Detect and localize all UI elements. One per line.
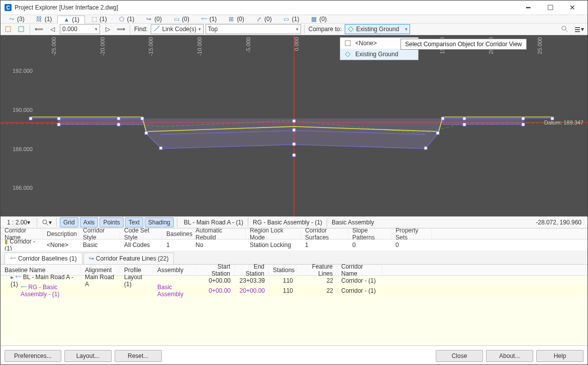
grid-header[interactable]: Start Station [197, 263, 235, 277]
category-tab-2[interactable]: ▲(1) [57, 16, 85, 24]
table-header[interactable]: Slope Patterns [348, 227, 391, 241]
toggle-shading[interactable]: Shading [145, 217, 174, 227]
svg-rect-18 [141, 117, 144, 120]
table-cell[interactable]: 1 [162, 241, 191, 249]
table-header[interactable]: Code Set Style [120, 227, 162, 241]
grid-cell[interactable]: 22 [297, 277, 337, 284]
table-header[interactable]: Automatic Rebuild [191, 227, 246, 241]
grid-cell[interactable]: ⬳ RG - Basic Assembly - (1) [1, 284, 81, 298]
table-cell[interactable]: <None> [43, 241, 79, 249]
compare-dropdown[interactable]: Existing Ground▾ [345, 24, 410, 34]
table-cell[interactable]: No [191, 241, 246, 249]
minimize-button[interactable]: ━ [517, 1, 539, 15]
table-header[interactable]: Region Lock Mode [246, 227, 301, 241]
inner-tab-1[interactable]: ↪Corridor Feature Lines (22) [83, 253, 174, 264]
grid-cell[interactable]: 0+00.00 [197, 287, 235, 294]
close-button[interactable]: ✕ [561, 1, 583, 15]
table-cell[interactable]: All Codes [120, 241, 162, 249]
category-tab-4[interactable]: ⬠(1) [113, 15, 140, 23]
category-tab-1[interactable]: ⛓(1) [30, 15, 58, 23]
y-axis-label: 188.000 [13, 146, 33, 152]
grid-header[interactable]: Feature Lines [297, 263, 337, 277]
table-cell[interactable]: 0 [348, 241, 391, 249]
toggle-points[interactable]: Points [100, 217, 123, 227]
search-icon[interactable] [559, 24, 570, 35]
next-station-icon[interactable]: ⟹ [115, 24, 127, 35]
grid-row[interactable]: ▸ ⬳ BL - Main Road A - (1)Main Road ALay… [1, 276, 587, 286]
close-dialog-button[interactable]: Close [436, 350, 483, 362]
category-tab-7[interactable]: ⬳(1) [195, 15, 223, 23]
help-button[interactable]: Help [536, 350, 583, 362]
tab-icon: ⬠ [118, 16, 125, 23]
grid-cell[interactable]: Corridor - (1) [337, 277, 382, 284]
grid-cell[interactable]: Layout (1) [120, 274, 153, 288]
table-header[interactable]: Corridor Style [79, 227, 120, 241]
grid-header[interactable]: Assembly [153, 267, 197, 274]
tool-icon-1[interactable] [3, 24, 14, 35]
station-value-input[interactable]: 0.000▾ [60, 24, 100, 34]
grid-cell[interactable]: 110 [269, 277, 297, 284]
table-cell[interactable]: 0 [391, 241, 432, 249]
grid-header[interactable]: End Station [235, 263, 269, 277]
grid-header[interactable]: Corridor Name [337, 263, 382, 277]
svg-rect-9 [345, 41, 350, 46]
x-axis-label: -25.000 [51, 37, 57, 56]
preferences-button[interactable]: Preferences... [5, 350, 61, 362]
view-mode-dropdown[interactable]: Top▾ [206, 24, 301, 34]
reset-button[interactable]: Reset... [115, 350, 162, 362]
inner-tab-0[interactable]: ⬳Corridor Baselines (1) [5, 253, 82, 264]
prev-step-icon[interactable]: ◁ [47, 24, 58, 35]
table-header[interactable]: Corridor Surfaces [301, 227, 348, 241]
category-tab-9[interactable]: ⤤(0) [250, 15, 277, 23]
table-header[interactable]: Baselines [162, 230, 191, 237]
svg-marker-10 [345, 52, 350, 57]
grid-cell[interactable]: 22 [297, 287, 337, 294]
maximize-button[interactable]: ☐ [539, 1, 561, 15]
category-tab-10[interactable]: ▭(1) [277, 15, 305, 23]
toggle-axis[interactable]: Axis [80, 217, 99, 227]
grid-cell[interactable]: 110 [269, 287, 297, 294]
about-button[interactable]: About... [486, 350, 533, 362]
category-tab-6[interactable]: ▭(0) [167, 15, 195, 23]
table-cell[interactable]: Basic [79, 241, 120, 249]
svg-line-2 [154, 26, 159, 31]
tool-icon-2[interactable] [16, 24, 27, 35]
breadcrumb-item[interactable]: RG - Basic Assembly - (1) [249, 217, 326, 227]
table-header[interactable]: Description [43, 230, 79, 237]
grid-cell[interactable]: 20+00.00 [235, 287, 269, 294]
category-tab-5[interactable]: ↪(0) [140, 15, 167, 23]
table-header[interactable]: Property Sets [391, 227, 432, 241]
grid-header[interactable]: Baseline Name [1, 267, 81, 274]
station-value-text: 0.000 [62, 26, 77, 33]
table-cell[interactable]: Station Locking [246, 241, 301, 249]
grid-header[interactable]: Stations [269, 267, 297, 274]
category-tab-3[interactable]: ⬚(1) [85, 15, 113, 23]
grid-header[interactable]: Profile [120, 267, 153, 274]
table-cell[interactable]: 1 [301, 241, 348, 249]
grid-cell[interactable]: Corridor - (1) [337, 287, 382, 294]
breadcrumb-item[interactable]: Basic Assembly [328, 217, 377, 227]
toggle-grid[interactable]: Grid [60, 217, 78, 227]
layout-button[interactable]: Layout... [64, 350, 112, 362]
svg-rect-27 [441, 117, 444, 120]
next-step-icon[interactable]: ▷ [102, 24, 113, 35]
grid-header[interactable]: Alignment [81, 267, 120, 274]
category-tab-11[interactable]: ▦(0) [305, 15, 332, 23]
zoom-ratio[interactable]: 1 : 2.00 ▾ [4, 217, 34, 227]
category-tab-0[interactable]: ⤳(3) [3, 15, 30, 23]
prev-station-icon[interactable]: ⟸ [33, 24, 45, 35]
grid-cell[interactable]: 23+03.39 [235, 277, 269, 284]
find-mode-dropdown[interactable]: Link Code(s)▾ [151, 24, 204, 34]
grid-cell[interactable]: Basic Assembly [153, 284, 197, 298]
compare-option-existing[interactable]: Existing Ground [340, 49, 418, 60]
view-mode-text: Top [208, 26, 218, 33]
datum-label: Datum: 189.347 [544, 119, 583, 126]
toggle-text[interactable]: Text [125, 217, 143, 227]
table-cell[interactable]: ▮ Corridor - (1) [1, 238, 43, 252]
category-tab-8[interactable]: ⊞(0) [222, 15, 250, 23]
menu-icon[interactable]: ▾ [572, 24, 585, 35]
grid-cell[interactable]: 0+00.00 [197, 277, 235, 284]
section-viewport[interactable]: Datum: 189.347 192.000190.000188.000186.… [1, 35, 587, 216]
breadcrumb-item[interactable]: BL - Main Road A - (1) [180, 217, 247, 227]
grid-cell[interactable]: Main Road A [81, 274, 120, 288]
